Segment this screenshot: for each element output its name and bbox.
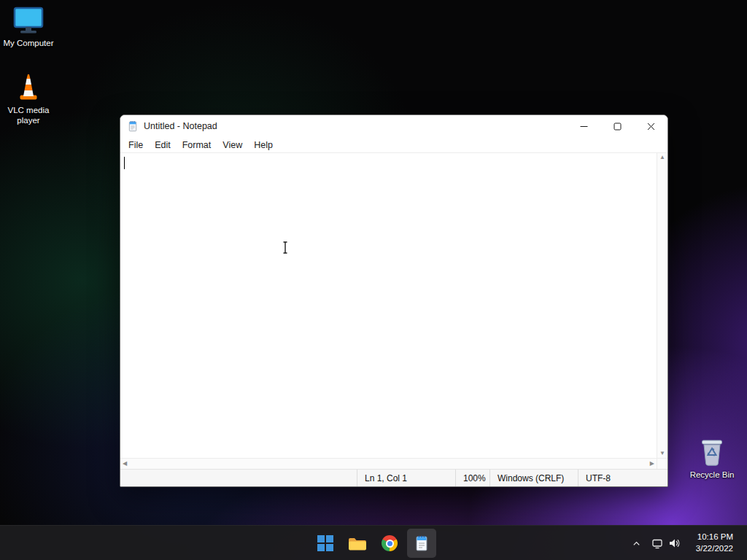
status-cursor-position: Ln 1, Col 1 [357,470,455,486]
tray-time: 10:16 PM [696,532,733,543]
close-icon [647,122,655,131]
network-icon [651,538,663,549]
maximize-icon [614,122,622,131]
minimize-button[interactable] [567,115,600,137]
start-button[interactable] [311,529,340,558]
desktop-icon-label: VLC media player [1,106,56,126]
menu-help[interactable]: Help [248,139,279,152]
vlc-icon [14,71,43,104]
horizontal-scrollbar[interactable]: ◀ ▶ [120,458,657,469]
windows-start-icon [317,535,333,551]
taskbar-center [311,526,436,560]
status-line-ending: Windows (CRLF) [489,470,578,486]
window-controls [567,115,667,137]
titlebar[interactable]: Untitled - Notepad [120,115,667,137]
vertical-scrollbar[interactable]: ▲ ▼ [657,153,667,458]
menu-view[interactable]: View [217,139,248,152]
chrome-icon [382,535,398,551]
scroll-right-icon[interactable]: ▶ [650,461,654,467]
tray-overflow-button[interactable] [627,529,646,558]
notepad-icon [413,534,430,552]
text-caret [124,157,125,169]
scroll-down-icon[interactable]: ▼ [659,451,665,456]
scroll-left-icon[interactable]: ◀ [123,461,127,467]
window-title: Untitled - Notepad [144,121,217,131]
clock-button[interactable]: 10:16 PM 3/22/2022 [685,529,746,558]
volume-icon [668,537,680,549]
status-encoding: UTF-8 [578,470,667,486]
minimize-icon [580,122,588,131]
maximize-button[interactable] [600,115,634,137]
status-zoom-level: 100% [455,470,489,486]
menu-file[interactable]: File [123,139,149,152]
scrollbar-corner [657,458,667,469]
folder-icon [348,536,367,551]
close-button[interactable] [634,115,667,137]
clock: 10:16 PM 3/22/2022 [690,532,740,554]
desktop-icon-recycle-bin[interactable]: Recycle Bin [684,435,740,481]
menu-format[interactable]: Format [177,139,217,152]
desktop[interactable]: My Computer VLC media player Recycle Bin [0,0,747,560]
status-bar: Ln 1, Col 1 100% Windows (CRLF) UTF-8 [120,469,667,486]
notepad-icon [127,120,139,132]
desktop-icon-label: My Computer [3,39,53,49]
ibeam-cursor [281,241,290,254]
tray-date: 3/22/2022 [696,543,733,555]
scroll-up-icon[interactable]: ▲ [659,155,665,160]
text-editor[interactable] [120,153,657,458]
chrome-button[interactable] [375,529,404,558]
computer-icon [12,6,45,36]
desktop-icon-vlc[interactable]: VLC media player [1,71,56,126]
notepad-taskbar-button[interactable] [407,529,436,558]
tray-network-volume-button[interactable] [646,529,685,558]
system-tray: 10:16 PM 3/22/2022 [627,526,746,560]
notepad-window: Untitled - Notepad File Edit Format View… [120,114,668,487]
menu-edit[interactable]: Edit [149,139,177,152]
recycle-bin-icon [697,435,727,468]
desktop-icon-my-computer[interactable]: My Computer [1,6,56,49]
desktop-icon-label: Recycle Bin [690,470,735,481]
menu-bar: File Edit Format View Help [120,137,667,153]
chevron-up-icon [632,539,641,548]
status-spacer [120,470,357,486]
taskbar: 10:16 PM 3/22/2022 [0,525,747,560]
file-explorer-button[interactable] [343,529,372,558]
